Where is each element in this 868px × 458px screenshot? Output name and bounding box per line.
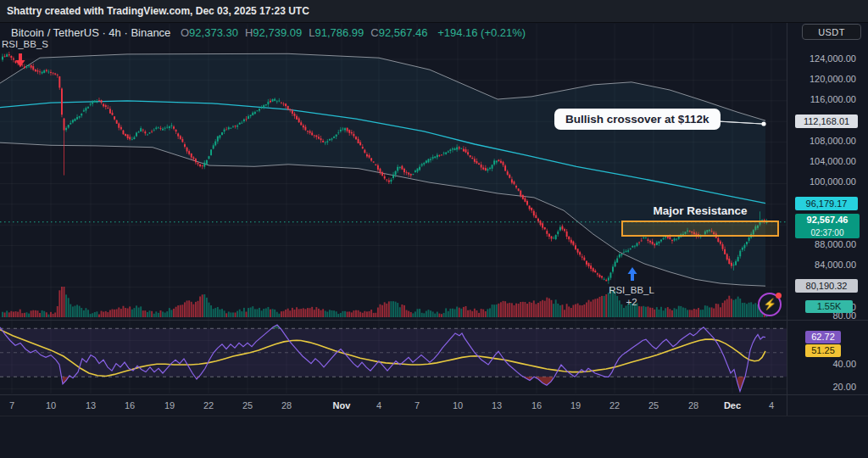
watermark-text: Shattry created with TradingView.com, De… bbox=[7, 5, 309, 17]
chart-canvas[interactable] bbox=[0, 23, 787, 416]
time-tick: 4 bbox=[376, 400, 381, 411]
time-tick: 28 bbox=[281, 400, 292, 411]
rsi-bb-l-count: +2 bbox=[589, 296, 674, 308]
time-tick: 16 bbox=[125, 400, 135, 411]
time-tick: 19 bbox=[570, 400, 581, 411]
price-tick: 108,000.00 bbox=[810, 136, 856, 146]
ohlc-prefix: C bbox=[370, 26, 378, 39]
bullish-crossover-callout[interactable]: Bullish crossover at $112k bbox=[554, 109, 721, 130]
rsi-bb-l-signal-label[interactable]: RSI_BB_L +2 bbox=[589, 284, 674, 308]
time-tick: 4 bbox=[769, 400, 774, 411]
flash-boost-button[interactable]: ⚡ bbox=[758, 293, 782, 316]
ohlc-value: 92,373.30 bbox=[189, 26, 238, 39]
time-tick: 7 bbox=[9, 400, 14, 411]
change-value: +194.16 (+0.21%) bbox=[437, 26, 526, 39]
price-tick: 84,000.00 bbox=[815, 260, 856, 270]
rsi-tick: 20.00 bbox=[832, 382, 856, 392]
price-tick: 124,000.00 bbox=[810, 53, 856, 64]
ohlc-prefix: O bbox=[181, 26, 189, 39]
footer-bar: TradingView bbox=[0, 416, 868, 458]
notification-dot bbox=[776, 293, 782, 299]
price-tick: 100,000.00 bbox=[810, 176, 856, 187]
indicator-price-badge: 112,168.01 bbox=[795, 114, 858, 128]
price-tick: 104,000.00 bbox=[810, 156, 856, 166]
countdown-timer: 02:37:00 bbox=[795, 226, 860, 239]
time-tick: 7 bbox=[415, 400, 420, 411]
time-tick: 25 bbox=[242, 400, 253, 411]
rsi-value-badge: 51.25 bbox=[805, 344, 841, 357]
time-tick: 19 bbox=[164, 400, 175, 411]
tradingview-chart-page: { "titlebar": {"text": "Shattry created … bbox=[0, 0, 868, 458]
price-tick: 116,000.00 bbox=[810, 94, 856, 104]
indicator-legend-rsi-bb-s[interactable]: RSI_BB_S bbox=[2, 39, 48, 49]
time-tick: 10 bbox=[453, 400, 463, 411]
indicator-price-badge: 96,179.17 bbox=[795, 197, 858, 210]
indicator-price-badge: 80,190.32 bbox=[795, 279, 858, 293]
time-tick: 22 bbox=[203, 400, 214, 411]
symbol-title[interactable]: Bitcoin / TetherUS · 4h · Binance bbox=[11, 26, 170, 39]
pane-divider[interactable] bbox=[0, 320, 868, 321]
lightning-icon: ⚡ bbox=[763, 298, 776, 310]
price-tick: 88,000.00 bbox=[815, 239, 856, 249]
price-axis[interactable]: 124,000.00120,000.00116,000.00108,000.00… bbox=[787, 23, 868, 416]
time-tick: 13 bbox=[86, 400, 96, 411]
time-tick: 28 bbox=[688, 400, 698, 411]
time-tick: 13 bbox=[492, 400, 502, 411]
time-tick: 22 bbox=[609, 400, 620, 411]
ohlc-value: 92,739.09 bbox=[253, 26, 302, 39]
ohlc-prefix: H bbox=[245, 26, 253, 39]
time-axis[interactable]: 710131619222528Nov4710131619222528Dec4 bbox=[0, 394, 868, 416]
rsi-bb-l-text: RSI_BB_L bbox=[589, 284, 674, 296]
indicator-price-badge: 1.55K bbox=[805, 300, 853, 313]
major-resistance-label[interactable]: Major Resistance bbox=[622, 204, 778, 217]
ohlc-value: 92,567.46 bbox=[379, 26, 428, 39]
last-price-badge: 92,567.4602:37:00 bbox=[795, 214, 860, 238]
time-tick-month: Nov bbox=[333, 400, 351, 411]
time-tick-month: Dec bbox=[724, 400, 741, 411]
ohlc-value: 91,786.99 bbox=[314, 26, 364, 39]
time-tick: 10 bbox=[46, 400, 56, 411]
rsi-value-badge: 62.72 bbox=[805, 331, 841, 344]
time-tick: 25 bbox=[648, 400, 659, 411]
symbol-legend[interactable]: Bitcoin / TetherUS · 4h · Binance O92,37… bbox=[11, 26, 526, 39]
time-tick: 16 bbox=[531, 400, 542, 411]
watermark-titlebar: Shattry created with TradingView.com, De… bbox=[0, 0, 868, 23]
price-tick: 120,000.00 bbox=[810, 74, 856, 84]
ohlc-values: O92,373.30H92,739.09L91,786.99C92,567.46 bbox=[174, 26, 428, 39]
rsi-tick: 40.00 bbox=[832, 359, 856, 369]
